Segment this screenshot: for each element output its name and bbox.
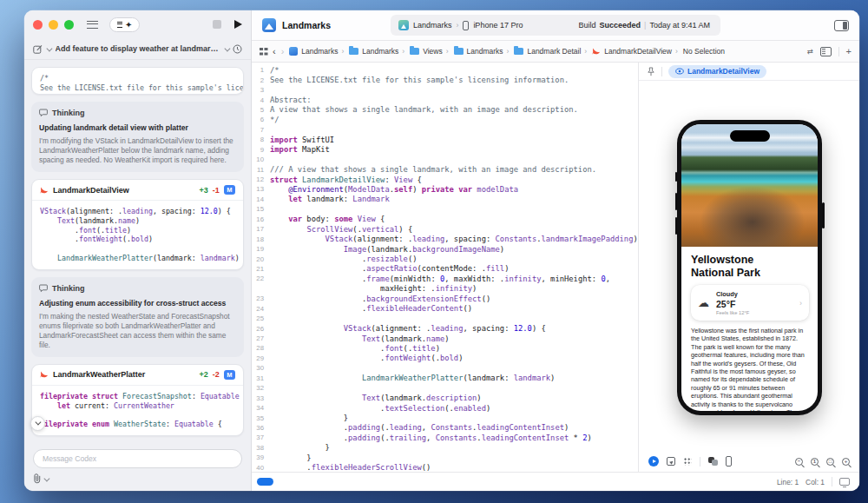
code-line[interactable]: 1/* — [252, 65, 638, 75]
diff-card-landmarkdetailview[interactable]: LandmarkDetailView +3 -1 M VStack(alignm… — [31, 179, 244, 270]
breadcrumb-project[interactable]: Landmarks› — [289, 47, 344, 56]
zoom-window-button[interactable] — [64, 20, 74, 30]
related-items-icon[interactable] — [260, 48, 267, 56]
code-line[interactable]: 8import SwiftUI — [252, 135, 638, 144]
assistant-messages[interactable]: /*See the LICENSE.txt file for this samp… — [24, 60, 251, 443]
code-line[interactable]: 5A view that shows a single landmark, wi… — [252, 105, 638, 115]
code-line[interactable]: .fontWeight(.bold) — [40, 235, 235, 244]
code-line[interactable]: 37 .padding(.trailing, Constants.leading… — [252, 433, 638, 442]
codex-sparkle-button[interactable]: ✦ — [109, 17, 140, 32]
code-line[interactable] — [40, 410, 235, 420]
code-line[interactable]: 18 VStack(alignment: .leading, spacing: … — [252, 234, 638, 243]
code-line[interactable]: 34 .textSelection(.enabled) — [252, 403, 638, 413]
code-line[interactable]: 4Abstract: — [252, 95, 638, 104]
code-line[interactable]: 25 — [252, 314, 638, 323]
breadcrumb-group[interactable]: Landmark Detail› — [514, 47, 587, 56]
code-line[interactable]: 29 .fontWeight(.bold) — [252, 354, 638, 363]
zoom-out-icon[interactable]: − — [795, 458, 803, 466]
live-preview-button[interactable] — [648, 456, 659, 467]
code-line[interactable]: See the LICENSE.txt file for this sample… — [40, 83, 235, 93]
code-line[interactable]: 38 } — [252, 443, 638, 453]
scheme-selector[interactable]: Landmarks › iPhone 17 Pro — [391, 20, 530, 30]
chevron-down-icon[interactable] — [224, 45, 229, 50]
code-line[interactable]: 39 } — [252, 453, 638, 462]
code-line[interactable]: 2See the LICENSE.txt file for this sampl… — [252, 75, 638, 84]
code-line[interactable]: 28 .font(.title) — [252, 343, 638, 353]
history-clock-icon[interactable] — [233, 44, 242, 54]
run-button[interactable] — [234, 20, 242, 29]
editor-options-icon[interactable] — [820, 47, 832, 56]
scroll-to-bottom-button[interactable] — [30, 416, 45, 431]
code-line[interactable]: VStack(alignment: .leading, spacing: 12.… — [40, 207, 235, 216]
code-line[interactable]: 19 Image(landmark.backgroundImageName) — [252, 244, 638, 254]
device-settings-icon[interactable] — [726, 456, 732, 467]
code-line[interactable]: 21 .aspectRatio(contentMode: .fill) — [252, 264, 638, 274]
code-line[interactable] — [40, 244, 235, 254]
code-line[interactable]: LandmarkWeatherPlatter(landmark: landmar… — [40, 254, 235, 263]
chevron-down-icon[interactable] — [44, 475, 49, 480]
diff-card-landmarkweatherplatter[interactable]: LandmarkWeatherPlatter +2 -2 M filepriva… — [31, 364, 244, 436]
preview-target-pill[interactable]: LandmarkDetailView — [668, 65, 766, 78]
close-window-button[interactable] — [33, 20, 43, 30]
code-line[interactable]: 14 let landmark: Landmark — [252, 195, 638, 204]
code-line[interactable]: fileprivate struct ForecastSnapshot: Equ… — [40, 392, 235, 401]
zoom-100-icon[interactable]: 1 — [811, 458, 819, 466]
display-icon[interactable] — [839, 478, 850, 486]
code-line[interactable]: 6*/ — [252, 115, 638, 124]
code-line[interactable]: 30 — [252, 363, 638, 373]
stop-button[interactable] — [213, 20, 221, 29]
code-line[interactable]: 36 .padding(.leading, Constants.leadingC… — [252, 423, 638, 433]
forward-button[interactable]: › — [281, 47, 285, 56]
code-line[interactable] — [40, 93, 235, 95]
code-line[interactable]: 22 .frame(minWidth: 0, maxWidth: .infini… — [252, 274, 638, 283]
inspector-toggle-icon[interactable] — [834, 20, 849, 31]
breadcrumb-group[interactable]: Landmarks› — [454, 47, 510, 56]
code-line[interactable]: 9import MapKit — [252, 145, 638, 155]
code-line[interactable]: 32 — [252, 383, 638, 393]
code-line[interactable]: 16 var body: some View { — [252, 215, 638, 224]
code-line[interactable]: let current: CurrentWeather — [40, 401, 235, 411]
code-line[interactable]: 23 .backgroundExtensionEffect() — [252, 294, 638, 303]
code-line[interactable]: 35 } — [252, 413, 638, 422]
chevron-down-icon[interactable] — [47, 45, 52, 50]
breadcrumb-group[interactable]: Landmarks› — [349, 47, 404, 56]
code-line[interactable]: 17 ScrollView(.vertical) { — [252, 224, 638, 234]
thread-list-icon[interactable] — [87, 21, 98, 29]
paperclip-icon[interactable] — [33, 473, 42, 484]
zoom-in-icon[interactable]: + — [842, 458, 850, 466]
swap-editors-icon[interactable]: ⇄ — [806, 47, 812, 56]
selectable-mode-icon[interactable] — [667, 457, 675, 466]
compose-icon[interactable] — [33, 44, 43, 54]
code-line[interactable]: 40 .flexibleHeaderScrollView() — [252, 463, 638, 473]
code-editor[interactable]: 1/*2See the LICENSE.txt file for this sa… — [252, 63, 638, 472]
code-line[interactable]: fileprivate enum WeatherState: Equatable… — [40, 420, 235, 429]
variants-grid-icon[interactable] — [683, 457, 692, 466]
code-line[interactable]: .font(.title) — [40, 226, 235, 235]
code-line[interactable]: 24 .flexibleHeaderContent() — [252, 304, 638, 314]
code-line[interactable]: maxHeight: .infinity) — [252, 284, 638, 294]
code-line[interactable]: 11/// A view that shows a single landmar… — [252, 164, 638, 174]
code-line[interactable]: 26 VStack(alignment: .leading, spacing: … — [252, 323, 638, 333]
zoom-fit-icon[interactable]: □ — [826, 458, 834, 466]
weather-platter[interactable]: ☁ Cloudy 25°F Feels like 12°F › — [691, 285, 809, 321]
code-line[interactable]: 33 Text(landmark.description) — [252, 393, 638, 402]
code-line[interactable]: 15 — [252, 204, 638, 214]
minimize-window-button[interactable] — [49, 20, 58, 30]
code-line[interactable]: /* — [40, 74, 235, 83]
code-line[interactable]: 7 — [252, 125, 638, 135]
thread-title[interactable]: Add feature to display weather at landma… — [56, 44, 220, 53]
back-button[interactable]: ‹ — [273, 47, 276, 56]
breadcrumb-group[interactable]: Views› — [410, 47, 448, 56]
iphone-preview[interactable]: Yellowstone National Park ☁ Cloudy 25°F … — [677, 120, 822, 415]
message-input[interactable] — [33, 449, 242, 468]
code-line[interactable]: Text(landmark.name) — [40, 216, 235, 226]
code-line[interactable]: 13 @Environment(ModelData.self) private … — [252, 184, 638, 194]
breadcrumb-selection[interactable]: No Selection — [683, 47, 725, 56]
code-line[interactable]: 31 LandmarkWeatherPlatter(landmark: land… — [252, 374, 638, 383]
color-scheme-icon[interactable] — [708, 457, 718, 466]
code-line[interactable]: 10 — [252, 155, 638, 164]
code-line[interactable]: 20 .resizable() — [252, 254, 638, 263]
code-line[interactable]: 27 Text(landmark.name) — [252, 334, 638, 343]
activity-view[interactable]: Landmarks › iPhone 17 Pro Build Succeede… — [391, 15, 720, 36]
add-editor-button[interactable]: + — [846, 46, 852, 56]
